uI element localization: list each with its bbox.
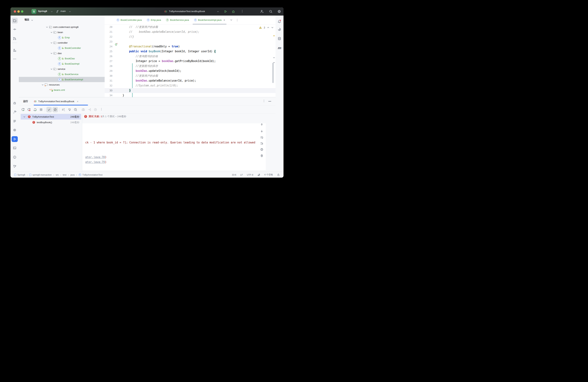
run-panel-options-menu[interactable]: ⋮ xyxy=(262,99,265,103)
pull-requests-tool-button[interactable] xyxy=(12,36,18,41)
chevron-down-icon[interactable] xyxy=(41,84,44,86)
line-number[interactable]: 25 xyxy=(105,49,112,54)
editor-options-menu[interactable]: ⋮ xyxy=(236,18,239,22)
tree-item-bean[interactable]: bean xyxy=(19,30,105,35)
scroll-down-button[interactable] xyxy=(259,128,265,134)
line-number[interactable]: 30 xyxy=(105,74,112,78)
minimize-window-button[interactable] xyxy=(17,10,20,13)
scroll-up-button[interactable] xyxy=(259,122,265,127)
stack-trace-link[interactable]: ator.java:79 xyxy=(85,160,105,164)
clear-console-button[interactable] xyxy=(259,153,265,158)
build-tool-button[interactable] xyxy=(12,109,18,115)
copilot-disabled-icon[interactable] xyxy=(257,173,260,176)
debug-button[interactable] xyxy=(231,10,235,13)
line-number[interactable]: 23 xyxy=(105,39,112,44)
code-line-28[interactable]: 28 //更新图书的库存 xyxy=(105,64,275,69)
code-line-24[interactable]: 24 @Transactional(readOnly = true) xyxy=(105,44,275,49)
code-line-32[interactable]: 32 //System.out.println(1/0); xyxy=(105,83,275,88)
chevron-down-icon[interactable] xyxy=(45,26,49,28)
code-line-23[interactable]: 23 xyxy=(105,39,275,44)
chevron-down-icon[interactable] xyxy=(49,42,53,44)
code-line-30[interactable]: 30 //更新用户的余额 xyxy=(105,74,275,78)
search-icon[interactable] xyxy=(269,10,273,13)
close-window-button[interactable] xyxy=(14,10,16,13)
line-number[interactable]: 26 xyxy=(105,54,112,59)
line-number[interactable]: 31 xyxy=(105,78,112,83)
sort-alphabetically-button[interactable] xyxy=(67,107,72,112)
database-tool-button[interactable] xyxy=(276,36,282,41)
tree-item-bookdao[interactable]: IBookDao xyxy=(19,56,105,61)
code-line-22[interactable]: 22 //} xyxy=(105,34,275,39)
capture-snapshot-button[interactable] xyxy=(81,107,86,112)
chevron-down-icon[interactable] xyxy=(49,68,53,70)
encoding-indicator[interactable]: UTF-8 xyxy=(247,174,253,176)
breadcrumb-module[interactable]: Spring6 xyxy=(14,174,25,176)
sort-by-duration-button[interactable] xyxy=(61,107,66,112)
test-history-button[interactable] xyxy=(73,107,78,112)
breadcrumb-folder[interactable]: src xyxy=(56,174,59,176)
code-line-29[interactable]: 29 bookDao.updateStock(bookId); xyxy=(105,69,275,74)
stripe-mark[interactable] xyxy=(273,57,275,58)
test-tree-row-class[interactable]: ! TxByAnnotationTest 248毫秒 xyxy=(21,114,81,119)
project-logo[interactable]: S xyxy=(32,9,36,14)
toggle-auto-test-button[interactable] xyxy=(32,107,38,112)
line-separator-indicator[interactable]: LF xyxy=(240,174,243,176)
breadcrumb-class[interactable]: CTxByAnnotationTest xyxy=(79,173,103,176)
project-tool-button[interactable] xyxy=(12,18,18,23)
next-problem-icon[interactable] xyxy=(271,27,273,28)
line-number[interactable]: 22 xyxy=(105,34,112,39)
rerun-button[interactable] xyxy=(20,107,26,112)
maximize-window-button[interactable] xyxy=(21,10,23,13)
commit-tool-button[interactable] xyxy=(12,26,18,32)
print-button[interactable] xyxy=(259,147,265,152)
tree-item-emp[interactable]: CEmp xyxy=(19,35,105,40)
line-number[interactable]: 21 xyxy=(105,29,112,34)
debug-tool-button[interactable] xyxy=(12,100,18,106)
problems-tool-button[interactable] xyxy=(12,154,18,160)
toolbar-more-menu[interactable]: ⋮ xyxy=(100,107,103,111)
run-tool-button[interactable] xyxy=(12,136,18,142)
breadcrumb-folder[interactable]: java xyxy=(70,174,75,176)
code-line-20[interactable]: 20 // //更新用户的余额 xyxy=(105,25,275,29)
ai-assistant-icon[interactable] xyxy=(276,26,282,32)
code-with-me-icon[interactable] xyxy=(260,10,264,13)
show-statistics-button[interactable] xyxy=(93,107,98,112)
tab-list-chevron-icon[interactable] xyxy=(230,19,232,21)
branch-selector[interactable]: main xyxy=(61,10,66,13)
scroll-to-end-button[interactable] xyxy=(259,141,265,146)
import-test-results-button[interactable] xyxy=(87,107,92,112)
line-number[interactable]: 27 xyxy=(105,59,112,64)
stop-button[interactable] xyxy=(38,107,44,112)
close-tab-icon[interactable]: × xyxy=(77,100,79,103)
run-configuration-selector[interactable]: TxByAnnotationTest.testBuyBook xyxy=(169,10,205,13)
caret-position[interactable]: 33:6 xyxy=(232,174,236,176)
unlock-icon[interactable] xyxy=(277,173,280,176)
settings-gear-icon[interactable] xyxy=(277,10,281,13)
code-line-33[interactable]: 33 } xyxy=(105,88,275,93)
tree-item-beans-xml[interactable]: </>beans.xml xyxy=(19,87,105,93)
tree-item-bookdaoimpl[interactable]: CBookDaoImpl xyxy=(19,61,105,66)
hide-panel-button[interactable] xyxy=(268,101,271,102)
show-ignored-filter-button[interactable] xyxy=(52,107,58,112)
stack-trace-link[interactable]: ator.java:70 xyxy=(85,155,105,159)
run-tab-testbuybook[interactable]: TxByAnnotationTest.testBuyBook × xyxy=(34,97,78,105)
tree-item-controller[interactable]: controller xyxy=(19,40,105,45)
more-actions-menu[interactable]: ⋮ xyxy=(241,9,244,13)
tab-emp[interactable]: C Emp.java xyxy=(144,16,164,24)
breadcrumb-module[interactable]: spring6-transaction xyxy=(29,174,52,176)
tab-bookservice[interactable]: I BookService.java xyxy=(164,16,191,24)
code-line-27[interactable]: 27 Integer price = bookDao.getPriceByBoo… xyxy=(105,59,275,64)
line-number[interactable]: 34 xyxy=(105,93,112,97)
show-passed-filter-button[interactable] xyxy=(46,107,52,112)
code-line-21[interactable]: 21 // bookDao.updateBalance(userId, pric… xyxy=(105,29,275,34)
run-panel-title[interactable]: 运行 xyxy=(23,100,28,103)
tree-item-bookserviceimpl[interactable]: CBookServiceImpl xyxy=(19,77,105,82)
code-line-31[interactable]: 31 bookDao.updateBalance(userId, price); xyxy=(105,78,275,83)
code-line-26[interactable]: 26 //查询图书的价格 xyxy=(105,54,275,59)
structure-tool-button[interactable] xyxy=(12,47,18,53)
implements-method-gutter-icon[interactable]: I xyxy=(115,43,118,46)
prev-problem-icon[interactable] xyxy=(267,27,269,28)
tree-item-bookcontroller[interactable]: CBookController xyxy=(19,45,105,51)
run-button[interactable] xyxy=(224,10,227,13)
notifications-bell-icon[interactable] xyxy=(276,19,282,24)
